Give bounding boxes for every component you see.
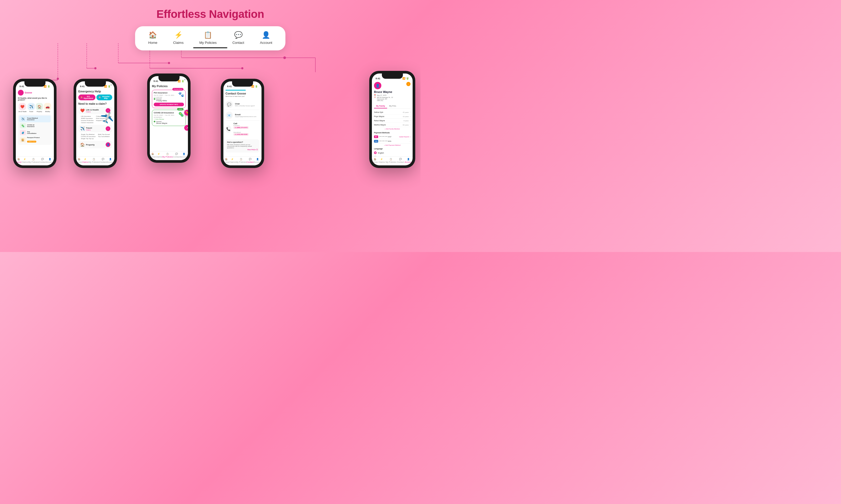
edit-profile-arrow[interactable]: › xyxy=(406,82,411,86)
family-member-martha[interactable]: Martha Wayne 66 years › xyxy=(374,123,411,127)
policies-title: My Policies xyxy=(152,85,168,88)
share-button[interactable]: ↗ xyxy=(184,125,188,131)
active-badge: Active xyxy=(177,108,184,110)
bnav4-account[interactable]: 👤Account xyxy=(254,158,261,163)
close-policies[interactable]: ✕ xyxy=(184,78,186,81)
nav-claims[interactable]: ⚡ Claims xyxy=(173,31,184,44)
nav-home[interactable]: 🏠 Home xyxy=(148,31,157,44)
add-family-member[interactable]: + Add Family Member xyxy=(374,127,411,131)
bnav-account[interactable]: 👤Account xyxy=(46,158,54,163)
tab-my-pets[interactable]: My Pets xyxy=(387,104,398,108)
bnav2-account[interactable]: 👤Account xyxy=(107,158,114,163)
user-dob: 📅May 27, 1970 xyxy=(374,94,393,96)
payment-mastercard[interactable]: MC **** **** **** 2437 Update Required › xyxy=(374,135,411,139)
phone-account: 9:41 📶🔋 v4.1.5 👤 Bruce Wayne 📅May 27, 19… xyxy=(369,71,415,168)
bnav-contact[interactable]: 💬Contact xyxy=(39,158,46,163)
submenu-covid[interactable]: 🦠 COVID-19 Insurance xyxy=(19,122,51,129)
phone-notch-5 xyxy=(382,73,403,79)
phone-policies: 9:41 📶🔋 My Policies ✕ Payment Error Pet … xyxy=(147,73,191,163)
close-button[interactable]: ✕ xyxy=(110,84,112,86)
email-title: Email xyxy=(235,113,256,116)
view-faqs-link[interactable]: View FAQ's ⓘ xyxy=(227,148,258,151)
bottom-nav-phone1: 🏠Home ⚡Claims 📋My Policies 💬Contact 👤Acc… xyxy=(16,157,54,165)
btn-911[interactable]: 🚨 911 Equivalent xyxy=(78,94,96,100)
bnav5-policies[interactable]: 📋My Policies xyxy=(385,158,396,163)
family-member-priya[interactable]: Priya Wayne 16 years › xyxy=(374,114,411,119)
bnav-policies[interactable]: 📋My Policies xyxy=(28,158,39,163)
submenu-passport[interactable]: 📔 Passport Protect COMING SOON xyxy=(19,136,51,144)
bnav3-home[interactable]: 🏠Home xyxy=(150,153,155,158)
bottom-nav-phone3: 🏠Home ⚡Claims 📋My Policies 💬Contact 👤Acc… xyxy=(150,151,188,160)
svg-point-11 xyxy=(283,56,286,59)
bnav3-contact[interactable]: 💬Contact xyxy=(173,153,180,158)
chat-subtitle: With a friendly Goose agent! xyxy=(235,105,255,107)
pet-insurance-dates: Oct 15, 2020 → Oct 14, 2021 xyxy=(154,94,174,96)
contact-email[interactable]: 📧 Email support@gooseinsurance.com xyxy=(225,110,259,121)
chat-title: Chat xyxy=(235,103,255,105)
policy-pet-insurance[interactable]: Payment Error Pet Insurance Oct 15, 2020… xyxy=(152,90,186,108)
user-address: 📍 685 W Hastings St., 12 Vancouver, BC V… xyxy=(374,96,393,101)
contact-chat[interactable]: 💬 Chat With a friendly Goose agent! xyxy=(225,99,259,110)
svg-point-13 xyxy=(95,67,97,69)
bnav4-home[interactable]: 🏠Home xyxy=(223,158,229,163)
app-version: v4.1.5 xyxy=(405,77,409,79)
nav-account[interactable]: 👤 Account xyxy=(260,31,272,44)
contact-subtitle: We'd love to hear from you! xyxy=(225,95,259,97)
travel-submenu: ✈️ Travel Medical Insurance 🦠 COVID-19 I… xyxy=(18,114,52,145)
bnav5-contact[interactable]: 💬Contact xyxy=(397,158,404,163)
btn-hospital[interactable]: 🏥 Hospital Map xyxy=(97,94,112,100)
submenu-travel-medical[interactable]: ✈️ Travel Medical Insurance xyxy=(19,115,51,122)
nav-indicator xyxy=(193,47,227,48)
family-member-rahul[interactable]: Rahul Wayne 8 years › xyxy=(374,119,411,123)
svg-point-14 xyxy=(168,62,170,64)
pet-insurance-title: Pet Insurance xyxy=(154,92,174,94)
phone-home: 9:41 📶🔋 Goose Hi Sophie, what would you … xyxy=(13,79,56,168)
bnav5-home[interactable]: 🏠Home xyxy=(372,158,378,163)
bnav5-claims[interactable]: ⚡Claims xyxy=(378,158,385,163)
bnav3-claims[interactable]: ⚡Claims xyxy=(156,153,162,158)
cat-travel[interactable]: ✈️ Travel xyxy=(28,103,35,112)
bnav4-contact[interactable]: 💬Contact xyxy=(246,158,254,163)
bnav2-policies[interactable]: 📋My Policies xyxy=(89,158,99,163)
language-section-title: Language xyxy=(374,148,411,150)
email-address: support@gooseinsurance.com xyxy=(235,116,256,117)
bnav4-claims[interactable]: ⚡Claims xyxy=(229,158,236,163)
bnav2-home[interactable]: 🏠Home xyxy=(76,158,82,163)
bnav-claims[interactable]: ⚡Claims xyxy=(21,158,28,163)
call-title: Call xyxy=(234,122,259,125)
bnav2-contact[interactable]: 💬Contact xyxy=(99,158,107,163)
cat-life-health[interactable]: ❤️ Life & Health xyxy=(18,103,27,112)
tab-my-family[interactable]: My Family xyxy=(374,104,387,108)
navigation-bar: 🏠 Home ⚡ Claims 📋 My Policies 💬 Contact … xyxy=(135,26,286,50)
contact-call[interactable]: 📞 Call N.America +1 (888) 374-0473 Inter… xyxy=(225,121,259,137)
language-english[interactable]: English xyxy=(374,151,411,155)
emergency-title: Emergency Help xyxy=(78,90,101,93)
bnav3-account[interactable]: 👤Account xyxy=(180,153,188,158)
claim-property[interactable]: 🏠 Property 👤 xyxy=(78,141,112,148)
add-payment-method[interactable]: + Add Payment Method xyxy=(374,144,411,147)
update-payment-btn[interactable]: UPDATE PAYMENT INFO xyxy=(154,103,184,106)
faq-section: Got a question? We have answers! Check o… xyxy=(225,139,259,152)
phone-notch-3 xyxy=(158,76,179,82)
bnav-home[interactable]: 🏠Home xyxy=(16,158,21,163)
family-member-selina[interactable]: Selina Kyle 45 years › xyxy=(374,110,411,114)
payment-error-badge: Payment Error xyxy=(172,88,184,91)
phone-contact: 9:41 📶🔋 Contact Goose We'd love to hear … xyxy=(221,79,264,168)
bottom-nav-phone2: 🏠Home ⚡Claims 📋My Policies 💬Contact 👤Acc… xyxy=(76,157,114,165)
policy-covid-insurance[interactable]: Active COVID-19 Insurance Oct 15, 2020 →… xyxy=(152,110,186,126)
nav-contact[interactable]: 💬 Contact xyxy=(232,31,244,44)
payment-section: Payment Methods MC **** **** **** 2437 U… xyxy=(374,132,411,147)
claim-travel[interactable]: ✈️ Travel Claims › xyxy=(78,125,112,132)
cat-property[interactable]: 🏠 Property xyxy=(36,103,43,112)
bnav5-account[interactable]: 👤Account xyxy=(405,158,412,163)
submenu-trip[interactable]: 🧳 Trip Cancellation xyxy=(19,129,51,136)
payment-visa[interactable]: VISA **** **** **** 6001 › xyxy=(374,139,411,144)
nav-policies[interactable]: 📋 My Policies xyxy=(199,31,217,44)
faq-title: Got a question? xyxy=(227,141,258,143)
user-name: Bruce Wayne xyxy=(374,90,393,93)
bnav4-policies[interactable]: 📋My Policies xyxy=(236,158,246,163)
cat-mobility[interactable]: 🚗 Mobility xyxy=(44,103,51,112)
chat-icon: 💬 xyxy=(225,101,233,108)
bnav2-claims[interactable]: ⚡Claims xyxy=(82,158,88,163)
bnav3-policies[interactable]: 📋My Policies xyxy=(162,153,173,158)
